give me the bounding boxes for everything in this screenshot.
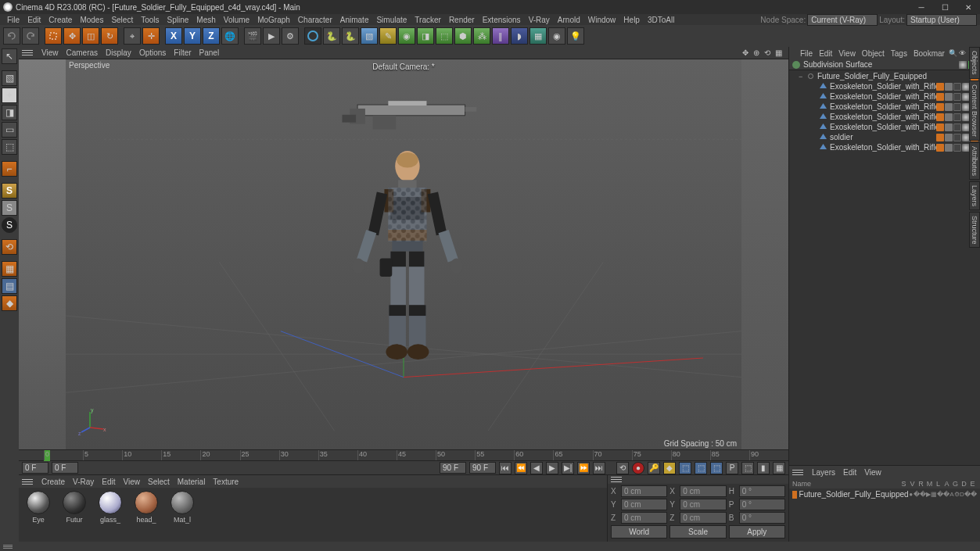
layers-menu-layers[interactable]: Layers — [808, 468, 839, 477]
side-tab-layers[interactable]: Layers — [969, 181, 980, 210]
cube-mode-icon[interactable]: ▧ — [2, 70, 17, 86]
mat-hamburger-icon[interactable] — [22, 479, 33, 485]
cursor-icon[interactable]: ↖ — [2, 48, 17, 64]
y-axis-lock[interactable]: Y — [184, 27, 201, 45]
object-tag[interactable] — [945, 123, 953, 131]
coord-field[interactable]: 0 cm — [680, 499, 726, 510]
obj-menu-bookmarks[interactable]: Bookmar — [910, 49, 948, 58]
keyframe-selection[interactable]: ◆ — [663, 462, 676, 474]
object-tag[interactable] — [953, 93, 961, 101]
object-tag[interactable] — [936, 144, 944, 152]
layer-toggle-icon[interactable]: ▦ — [931, 490, 937, 499]
object-tag[interactable] — [945, 113, 953, 121]
menu-help[interactable]: Help — [619, 16, 644, 24]
menu-edit[interactable]: Edit — [23, 16, 45, 24]
subdivision-surface[interactable]: ◉ — [398, 27, 415, 45]
bend-tool[interactable]: ‖ — [492, 27, 509, 45]
mat-menu-material[interactable]: Material — [174, 478, 210, 486]
timeline-ruler[interactable]: 0 5 10 15 20 25 30 35 40 45 50 55 60 65 … — [19, 449, 788, 460]
frame-current-field[interactable]: 0 F — [52, 462, 78, 474]
key-pla-button[interactable]: ⬚ — [741, 462, 754, 474]
vp-menu-filter[interactable]: Filter — [170, 48, 195, 57]
side-tab-objects[interactable]: Objects — [969, 47, 980, 79]
z-axis-lock[interactable]: Z — [203, 27, 220, 45]
layer-row[interactable]: Future_Soldier_Fully_Equipped●👁▶▦🔒A⚙D📝 — [792, 489, 977, 499]
layers-menu-edit[interactable]: Edit — [839, 468, 860, 477]
object-tag[interactable] — [945, 144, 953, 152]
menu-arnold[interactable]: Arnold — [554, 16, 584, 24]
node-space-dropdown[interactable]: Current (V-Ray) — [807, 14, 878, 26]
cloner-tool[interactable]: ⁂ — [473, 27, 490, 45]
tree-row[interactable]: Exoskeleton_Soldier_with_Rifle06 — [789, 102, 980, 112]
layer-color-swatch[interactable] — [792, 491, 797, 499]
timeline-dopesheet-button[interactable]: ▦ — [773, 462, 785, 474]
key-scale-button[interactable]: ⬚ — [695, 462, 707, 474]
object-tag[interactable] — [936, 113, 944, 121]
object-tag[interactable] — [953, 134, 961, 141]
vp-icon-3[interactable]: ⟲ — [764, 48, 774, 58]
vp-icon-4[interactable]: ▦ — [775, 48, 784, 58]
coord-system[interactable]: 🌐 — [221, 27, 239, 45]
prev-key-button[interactable]: ⏪ — [515, 462, 527, 474]
tree-row[interactable]: Exoskeleton_Soldier_with_Rifle05 — [789, 81, 980, 91]
material-item[interactable]: Futur — [58, 491, 91, 538]
goto-end-button[interactable]: ⏭ — [593, 462, 605, 474]
key-rot-button[interactable]: ⬚ — [710, 462, 723, 474]
coord-apply-button[interactable]: Apply — [729, 525, 785, 538]
coord-field[interactable]: 0 ° — [739, 512, 785, 524]
axis-tool[interactable]: ✛ — [142, 27, 160, 45]
vp-icon-1[interactable]: ✥ — [742, 48, 752, 58]
camera-tool[interactable]: ▦ — [529, 27, 547, 45]
frame-end-field-2[interactable]: 90 F — [469, 462, 496, 474]
tree-row[interactable]: soldier — [789, 132, 980, 142]
vp-menu-cameras[interactable]: Cameras — [63, 48, 102, 57]
obj-menu-view[interactable]: View — [835, 49, 859, 58]
render-settings[interactable]: ⚙ — [282, 27, 299, 45]
mat-menu-create[interactable]: Create — [38, 478, 69, 486]
timeline-marker-button[interactable]: ▮ — [757, 462, 770, 474]
layer-toggle-icon[interactable]: � — [943, 490, 949, 499]
object-tag[interactable] — [945, 83, 953, 91]
key-param-button[interactable]: P — [726, 462, 738, 474]
layer-toggle-icon[interactable]: � — [914, 490, 920, 499]
obj-menu-file[interactable]: File — [797, 49, 816, 58]
object-tag[interactable] — [936, 123, 944, 131]
material-item[interactable]: Mat_l — [166, 491, 199, 538]
menu-character[interactable]: Character — [294, 16, 336, 24]
mat-menu-texture[interactable]: Texture — [209, 478, 242, 486]
volume-tool[interactable]: ⬚ — [436, 27, 453, 45]
menu-file[interactable]: File — [3, 16, 23, 24]
point-mode-icon[interactable]: ⬚ — [2, 139, 17, 155]
extrude-tool[interactable]: ◨ — [417, 27, 434, 45]
coord-field[interactable]: 0 cm — [680, 485, 726, 497]
coord-mode-2[interactable]: Scale — [669, 525, 726, 538]
tree-row[interactable]: Exoskeleton_Soldier_with_Rifle07 — [789, 91, 980, 102]
pen-tool[interactable]: ✎ — [379, 27, 397, 45]
workplane-snap-icon[interactable]: ▦ — [2, 261, 17, 277]
next-key-button[interactable]: ⏩ — [577, 462, 590, 474]
obj-eye-icon[interactable]: 👁 — [959, 49, 966, 58]
side-tab-attributes[interactable]: Attributes — [969, 142, 980, 180]
select-tool[interactable] — [45, 27, 62, 45]
primitive-cube[interactable]: ▧ — [361, 27, 378, 45]
menu-render[interactable]: Render — [445, 16, 479, 24]
coord-mode-1[interactable]: World — [611, 525, 667, 538]
coord-field[interactable]: 0 cm — [621, 512, 667, 524]
fields-tool[interactable]: ⬢ — [454, 27, 472, 45]
goto-start-button[interactable]: ⏮ — [499, 462, 512, 474]
vp-menu-display[interactable]: Display — [102, 48, 135, 57]
object-tag[interactable] — [953, 144, 961, 152]
mat-menu-view[interactable]: View — [119, 478, 144, 486]
snap-s3-icon[interactable]: S — [2, 217, 17, 233]
play-button[interactable]: ▶ — [546, 462, 558, 474]
side-tab-content[interactable]: Content Browser — [969, 81, 980, 141]
obj-menu-object[interactable]: Object — [859, 49, 888, 58]
autokey-button[interactable]: 🔑 — [648, 462, 660, 474]
menu-create[interactable]: Create — [45, 16, 76, 24]
expand-icon[interactable]: − — [799, 73, 806, 81]
last-tool[interactable]: ⌖ — [124, 27, 141, 45]
object-tag[interactable] — [936, 93, 944, 101]
tree-row[interactable]: Exoskeleton_Soldier_with_Rifle04 — [789, 142, 980, 152]
rotate-tool[interactable]: ↻ — [101, 27, 118, 45]
layers-menu-view[interactable]: View — [860, 468, 885, 477]
